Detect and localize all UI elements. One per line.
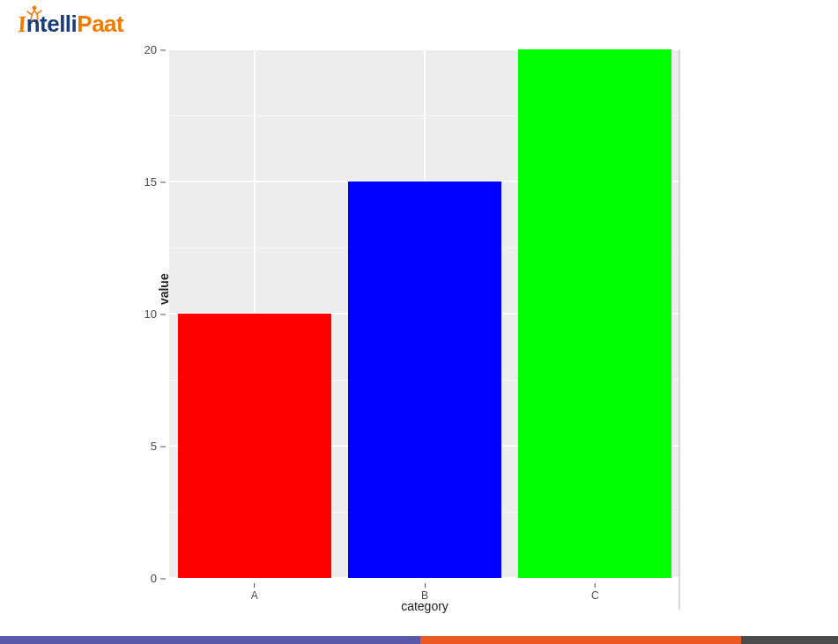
logo-text-1: ntelli <box>26 11 78 37</box>
x-tick-label: C <box>591 583 599 602</box>
bar-C <box>518 49 671 578</box>
y-tick-label: 5 <box>151 440 166 453</box>
x-tick-label: B <box>421 583 428 602</box>
svg-point-0 <box>33 6 37 11</box>
y-tick-label: 10 <box>145 307 166 321</box>
bar-A <box>178 314 331 578</box>
y-tick-label: 20 <box>145 43 166 56</box>
bar-chart: value category 05101520ABC <box>139 49 680 610</box>
y-tick-label: 0 <box>151 572 166 585</box>
bar-B <box>348 181 501 578</box>
x-tick-label: A <box>251 583 258 602</box>
plot-panel: value <box>169 49 680 578</box>
y-axis-title: value <box>157 273 171 305</box>
logo-text-2: Paat <box>77 11 123 37</box>
brand-logo: IntelliPaat <box>18 11 123 38</box>
y-tick-label: 15 <box>145 175 166 189</box>
panel-right-border <box>679 49 680 610</box>
footer-stripe <box>0 636 838 644</box>
